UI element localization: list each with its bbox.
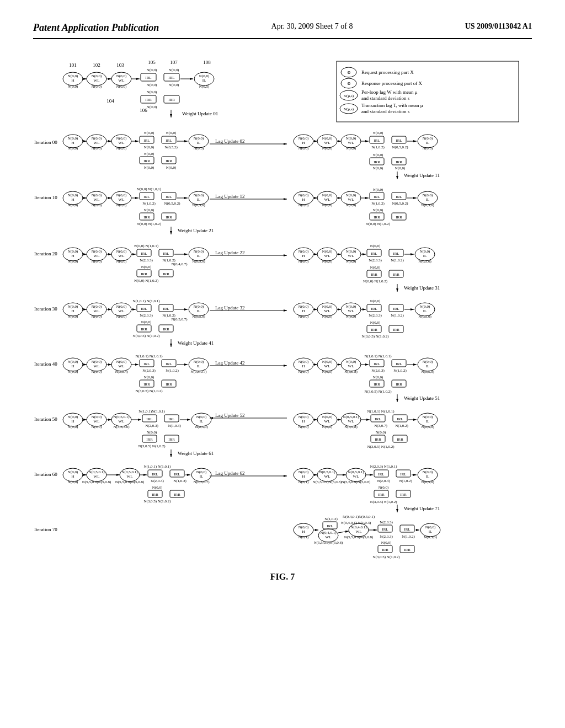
svg-text:N(0,0): N(0,0) xyxy=(299,360,309,364)
svg-text:N(0,5): N(0,5) xyxy=(194,146,204,151)
svg-text:N(0,0): N(0,0) xyxy=(68,203,78,207)
svg-text:N(0,0): N(0,0) xyxy=(373,166,383,170)
patent-number: US 2009/0113042 A1 xyxy=(465,22,532,31)
svg-text:N(0,0): N(0,0) xyxy=(194,193,204,197)
svg-text:Weight Update 21: Weight Update 21 xyxy=(178,228,214,233)
svg-text:N(0,0): N(0,0) xyxy=(68,74,78,78)
svg-text:WL: WL xyxy=(94,141,100,145)
svg-text:WL: WL xyxy=(119,254,125,258)
svg-text:N(0,0): N(0,0) xyxy=(322,249,333,254)
svg-line-599 xyxy=(338,531,349,533)
svg-text:H: H xyxy=(302,141,305,145)
svg-text:H: H xyxy=(71,474,74,479)
svg-text:IL: IL xyxy=(426,474,430,479)
svg-text:N(6,1): N(6,1) xyxy=(299,480,309,484)
page: Patent Application Publication Apr. 30, … xyxy=(0,0,565,728)
svg-text:N(0,0): N(0,0) xyxy=(299,425,309,429)
svg-text:N(2,0.3): N(2,0.3) xyxy=(380,534,393,539)
svg-text:IRR: IRR xyxy=(378,493,385,497)
svg-text:Response processing part of X: Response processing part of X xyxy=(361,81,422,86)
svg-text:IRR: IRR xyxy=(141,272,147,276)
svg-text:N(0,5,0): N(0,5,0) xyxy=(195,425,208,429)
svg-text:N(1,0.2): N(1,0.2) xyxy=(402,534,415,539)
svg-text:N(0,0): N(0,0) xyxy=(322,259,333,264)
svg-text:N(0,0): N(0,0) xyxy=(373,153,383,157)
svg-text:N(2,0.3): N(2,0.3) xyxy=(371,368,385,373)
svg-text:N(0,0): N(0,0) xyxy=(370,320,381,325)
svg-text:IRR: IRR xyxy=(163,272,169,276)
svg-text:IRL: IRL xyxy=(166,195,172,199)
svg-text:N(0,0): N(0,0) xyxy=(194,136,204,141)
publication-title: Patent Application Publication xyxy=(33,22,159,34)
svg-text:WL: WL xyxy=(119,197,125,202)
svg-text:N(0,5,0): N(0,5,0) xyxy=(421,480,434,484)
svg-text:IRL: IRL xyxy=(396,138,402,143)
svg-text:108: 108 xyxy=(203,60,211,65)
svg-text:N(0,4,0.7): N(0,4,0.7) xyxy=(172,262,188,266)
svg-text:N(0,0): N(0,0) xyxy=(68,360,78,364)
svg-text:IL: IL xyxy=(426,364,430,368)
svg-text:WL: WL xyxy=(94,419,100,424)
svg-text:IRR: IRR xyxy=(374,382,380,387)
svg-text:N(1,0.1)  N(1,0.1): N(1,0.1) N(1,0.1) xyxy=(364,354,392,358)
svg-text:N(0,0): N(0,0) xyxy=(116,136,127,141)
svg-text:N(2,0.3): N(2,0.3) xyxy=(377,479,390,483)
svg-text:N(0,0): N(0,0) xyxy=(144,145,154,149)
header-center: Apr. 30, 2009 Sheet 7 of 8 xyxy=(271,22,353,31)
svg-text:107: 107 xyxy=(170,60,178,65)
svg-text:N(0,5,0): N(0,5,0) xyxy=(421,370,434,374)
svg-text:N(0,0): N(0,0) xyxy=(423,360,433,364)
svg-text:N(μ,s): N(μ,s) xyxy=(344,107,354,111)
svg-text:N(0,0): N(0,0) xyxy=(116,304,127,309)
svg-text:IRL: IRL xyxy=(141,251,147,256)
svg-text:N(0,0): N(0,0) xyxy=(141,265,152,269)
svg-text:IL: IL xyxy=(197,364,201,368)
svg-text:N(0,0): N(0,0) xyxy=(116,249,127,254)
svg-text:N(0,0): N(0,0) xyxy=(381,540,392,545)
page-header: Patent Application Publication Apr. 30, … xyxy=(33,22,532,39)
svg-text:N(0,0): N(0,0) xyxy=(346,249,356,254)
svg-text:IRL: IRL xyxy=(378,472,384,477)
svg-text:N(0,0): N(0,0) xyxy=(92,136,102,141)
svg-text:N(2,0.3): N(2,0.3) xyxy=(145,424,158,428)
svg-text:N(0,0): N(0,0) xyxy=(147,83,157,87)
svg-text:N(μ,s): N(μ,s) xyxy=(344,94,354,98)
svg-text:N(0,0): N(0,0) xyxy=(147,90,157,94)
svg-text:N(2,0.3): N(2,0.3) xyxy=(140,258,153,263)
svg-text:N(0,0)  N(1,0.1): N(0,0) N(1,0.1) xyxy=(134,244,159,248)
svg-text:H: H xyxy=(71,364,74,368)
svg-text:WL: WL xyxy=(324,254,331,258)
svg-text:N(5,5,0.9)N(5,0.8): N(5,5,0.9)N(5,0.8) xyxy=(82,480,111,484)
svg-text:IRR: IRR xyxy=(400,493,407,497)
svg-text:IL: IL xyxy=(200,419,204,424)
svg-text:N(0,0): N(0,0) xyxy=(169,68,179,72)
svg-text:N(1,0.3): N(1,0.3) xyxy=(173,479,186,483)
svg-text:N(1,0.2): N(1,0.2) xyxy=(371,201,385,206)
svg-text:IL: IL xyxy=(423,254,427,258)
svg-text:N(0,0): N(0,0) xyxy=(346,360,356,364)
svg-text:WL: WL xyxy=(356,529,362,534)
svg-text:WL: WL xyxy=(348,309,354,313)
svg-text:N(3,0.7): N(3,0.7) xyxy=(374,424,387,428)
svg-text:N(0,0): N(0,0) xyxy=(92,304,102,309)
svg-text:N(0,0): N(0,0) xyxy=(423,193,433,197)
svg-text:Weight Update 31: Weight Update 31 xyxy=(404,285,440,291)
svg-text:N(0,0): N(0,0) xyxy=(299,249,309,254)
svg-text:Lag Update 32: Lag Update 32 xyxy=(215,305,244,311)
svg-text:N(0,0): N(0,0) xyxy=(373,188,383,192)
svg-text:N(0,0): N(0,0) xyxy=(322,304,333,309)
svg-text:N(0,0): N(0,0) xyxy=(92,193,102,197)
svg-text:IRL: IRL xyxy=(371,251,377,256)
svg-text:N(0,0): N(0,0) xyxy=(346,193,356,197)
svg-text:IRL: IRL xyxy=(166,138,172,143)
svg-text:WL: WL xyxy=(324,364,331,368)
svg-text:105: 105 xyxy=(148,60,156,65)
svg-text:IRR: IRR xyxy=(168,98,175,102)
svg-text:N(0,5,0.1): N(0,5,0.1) xyxy=(348,470,365,474)
svg-text:N(0,0): N(0,0) xyxy=(92,314,102,319)
svg-text:N(1,0.1)N(1,0.1): N(1,0.1)N(1,0.1) xyxy=(138,409,165,414)
svg-text:IRR: IRR xyxy=(143,159,150,163)
svg-text:N(3,0.5)  N(1,0.2): N(3,0.5) N(1,0.2) xyxy=(367,445,395,449)
svg-text:N(2,0.3): N(2,0.3) xyxy=(151,479,164,483)
svg-text:N(0,5,0): N(0,5,0) xyxy=(421,425,434,429)
